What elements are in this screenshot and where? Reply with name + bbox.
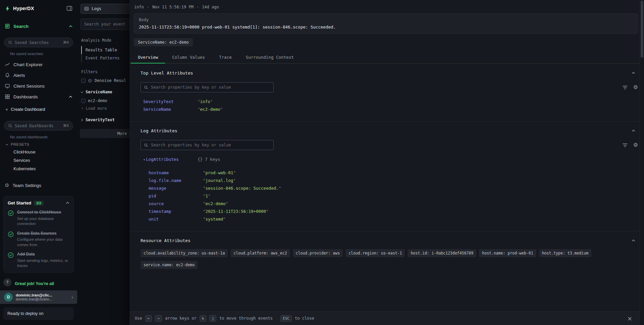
facet-servicename-toggle[interactable]: ServiceName [80,90,129,94]
chevron-up-icon [69,95,72,99]
sort-lines-icon[interactable] [622,85,628,90]
sidebar-item-label: Dashboards [13,94,65,99]
attr-value[interactable]: 2025-11-11T23:56:19+0000 [203,209,269,214]
resource-tag[interactable]: cloud.region: us-east-1 [345,249,405,257]
deploy-banner[interactable]: Ready to deploy on [3,307,74,320]
load-more-link[interactable]: › Load more [81,106,129,111]
property-search-input[interactable] [151,143,270,147]
facet-value-label: ec2-demo [88,98,107,103]
preset-label: ClickHouse [13,149,36,154]
check-circle-icon [8,231,14,237]
attr-value[interactable]: session-846.scope: Succeeded. [203,186,281,191]
resource-tag[interactable]: cloud.provider: aws [293,249,343,257]
attr-key[interactable]: timestamp [149,207,203,215]
presets-toggle[interactable]: PRESETS [0,139,77,148]
property-search-input[interactable] [151,85,270,90]
resource-tag[interactable]: service.name: ec2-demo [141,261,198,269]
preset-item-services[interactable]: Services [0,156,77,165]
saved-dashboards-button[interactable]: Saved Dashboards ⌘K [4,121,73,131]
get-started-step-sources[interactable]: Create Data Sources Configure where your… [8,231,69,248]
checkbox[interactable] [81,79,86,83]
collapse-section-icon[interactable] [632,239,635,242]
attr-value[interactable]: prod-web-01 [203,170,236,175]
analysis-mode-label: Analysis Mode [81,38,129,43]
sidebar-item-team-settings[interactable]: ⚙ Team Settings [0,180,77,191]
get-started-step-add-data[interactable]: Add Data Start sending logs, metrics, or… [8,252,69,269]
denoise-icon [88,79,92,83]
tab-trace[interactable]: Trace [212,52,239,63]
help-icon[interactable]: ? [3,278,11,286]
attr-key[interactable]: hostname [149,169,203,177]
service-name-tag[interactable]: ServiceName: ec2-demo [134,38,193,46]
attr-value[interactable]: systemd [203,217,226,222]
section-title: Log Attributes [141,128,632,133]
brand-row: HyperDX [0,0,77,11]
collapse-section-icon[interactable] [632,129,635,133]
chevron-right-icon [80,119,84,122]
create-dashboard-button[interactable]: + Create Dashboard [0,104,77,115]
log-attributes-root[interactable]: ▾LogAttributes {}7 keys [141,155,638,164]
attr-key[interactable]: pid [149,192,203,200]
attr-key[interactable]: unit [149,215,203,223]
sort-lines-icon[interactable] [622,142,628,148]
property-search [141,82,274,92]
preset-item-clickhouse[interactable]: ClickHouse [0,148,77,156]
esc-key: ESC [280,315,292,322]
saved-searches-button[interactable]: Saved Searches ⌘K [4,38,73,47]
log-detail-drawer: info · Nov 11 5:56:19 PM · 14d ago Body … [129,0,644,325]
attr-value[interactable]: ec2-demo [203,201,228,206]
attr-key[interactable]: ServiceName [143,105,198,113]
sidebar-item-chart-explorer[interactable]: Chart Explorer [0,59,77,70]
sidebar-item-dashboards[interactable]: Dashboards [0,91,77,102]
preset-item-kubernetes[interactable]: Kubernetes [0,165,77,173]
scrollbar[interactable] [640,0,644,325]
get-started-header[interactable]: Get Started 3/3 [8,200,69,205]
resource-tag[interactable]: host.name: prod-web-01 [479,249,536,257]
resource-tag[interactable]: cloud.availability_zone: us-east-1a [141,249,228,257]
tab-overview[interactable]: Overview [131,52,165,63]
no-saved-dashboards-note: No saved dashboards [10,135,77,139]
close-icon[interactable]: × [627,315,632,322]
sidebar-item-client-sessions[interactable]: Client Sessions [0,81,77,91]
resource-tag[interactable]: cloud.platform: aws_ec2 [230,249,290,257]
user-menu[interactable]: D dominic.tran@clic... dominic.tran@clic… [0,290,77,304]
check-circle-icon [8,210,14,216]
tab-surrounding-context[interactable]: Surrounding Context [239,52,301,63]
collapse-section-icon[interactable] [632,71,635,75]
denoise-results-checkbox-row[interactable]: Denoise Resul [81,78,129,83]
attr-key[interactable]: log.file.name [149,177,203,184]
attr-value[interactable]: journal.log [203,178,236,183]
tab-column-values[interactable]: Column Values [165,52,212,63]
mode-results-table[interactable]: Results Table [81,46,129,54]
attr-key[interactable]: source [149,200,203,207]
checkbox[interactable] [81,99,86,103]
tree-caret-icon[interactable]: ▾ [143,158,145,161]
resource-tag[interactable]: host.id: i-0abc123def456789 [408,249,476,257]
j-key: j [209,315,216,322]
attr-key[interactable]: LogAttributes [146,157,179,162]
mode-event-patterns[interactable]: Event Patterns [81,54,129,62]
attr-key[interactable]: message [149,184,203,192]
attr-value[interactable]: ec2-demo [198,107,223,112]
attr-value[interactable]: 1 [203,193,211,198]
attr-value[interactable]: info [198,99,213,104]
separator-dot: · [197,5,199,9]
search-icon [8,124,12,128]
settings-gear-icon[interactable]: ⚙ [633,85,638,90]
section-resource-attributes: Resource Attributes cloud.availability_z… [129,231,644,277]
saved-dashboards-placeholder: Saved Dashboards [15,124,61,128]
sidebar-collapse-icon[interactable] [66,5,72,11]
attr-row: message session-846.scope: Succeeded. [149,184,638,192]
braces-icon: {} [198,157,203,162]
attr-key[interactable]: SeverityText [143,98,198,105]
search-icon [144,85,148,90]
left-arrow-key: ← [145,315,152,322]
sidebar-item-alerts[interactable]: Alerts [0,70,77,81]
get-started-step-connect[interactable]: Connect to ClickHouse Set up your databa… [8,210,69,227]
facet-severitytext-toggle[interactable]: SeverityText [80,118,129,122]
settings-gear-icon[interactable]: ⚙ [633,142,638,148]
sidebar-item-search[interactable]: Search [0,21,77,32]
scrollbar-thumb[interactable] [641,1,643,58]
facet-value-ec2-demo[interactable]: ec2-demo [81,98,129,103]
resource-tag[interactable]: host.type: t3.medium [539,249,591,257]
